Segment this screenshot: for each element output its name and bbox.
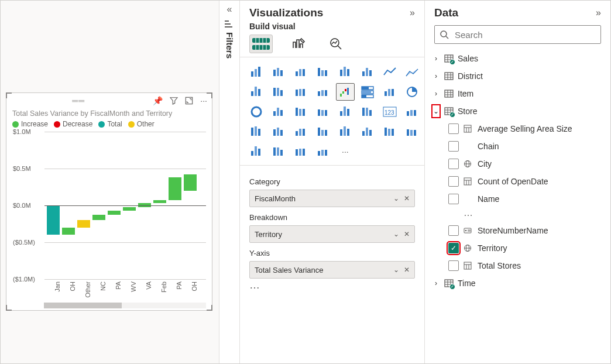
viz-type-item[interactable] [358, 83, 377, 101]
filters-pane-collapsed[interactable]: « Filters [219, 1, 240, 363]
viz-type-item[interactable] [247, 143, 266, 160]
viz-type-item[interactable] [336, 123, 355, 140]
search-input[interactable] [454, 29, 596, 40]
viz-type-item[interactable] [291, 103, 310, 121]
field-row[interactable]: Count of OpenDate [448, 173, 603, 190]
more-wells-icon[interactable]: … [240, 279, 424, 291]
viz-type-item[interactable] [336, 103, 355, 121]
chart-bar[interactable] [123, 207, 136, 211]
report-canvas[interactable]: ══ 📌 ··· Total Sales Variance by FiscalM… [1, 1, 219, 363]
viz-type-item[interactable] [380, 83, 399, 101]
field-checkbox[interactable] [448, 194, 459, 204]
viz-type-item[interactable] [336, 63, 355, 81]
chart-bar[interactable] [62, 228, 75, 235]
field-checkbox[interactable] [448, 176, 459, 187]
viz-type-item[interactable] [403, 63, 421, 81]
pin-icon[interactable]: 📌 [153, 96, 163, 105]
viz-type-item[interactable] [291, 123, 310, 140]
chevron-down-icon[interactable]: ⌄ [432, 105, 440, 118]
tree-more-icon[interactable]: … [448, 208, 603, 222]
resize-handle[interactable] [6, 92, 12, 98]
chevron-right-icon[interactable]: › [432, 279, 440, 287]
well-dropdown-icon[interactable]: ⌄ [393, 230, 399, 238]
viz-type-item[interactable] [247, 123, 266, 140]
well-remove-icon[interactable]: ✕ [404, 230, 410, 238]
viz-type-item[interactable] [314, 103, 332, 121]
table-row-time[interactable]: › ✓ Time [432, 274, 603, 292]
viz-type-item[interactable] [403, 123, 421, 140]
viz-type-item[interactable] [291, 83, 310, 101]
expand-filters-chevron-icon[interactable]: « [227, 3, 232, 20]
viz-type-item[interactable] [291, 63, 310, 81]
collapse-data-chevron-icon[interactable]: » [596, 8, 601, 18]
data-search[interactable] [434, 25, 601, 44]
viz-type-waterfall[interactable] [336, 83, 355, 101]
well-dropdown-icon[interactable]: ⌄ [393, 266, 399, 274]
chart-visual-tile[interactable]: ══ 📌 ··· Total Sales Variance by FiscalM… [6, 92, 212, 311]
field-checkbox[interactable] [448, 225, 459, 236]
viz-type-item[interactable]: ··· [336, 143, 355, 160]
field-row[interactable]: Total Stores [448, 257, 603, 274]
field-row[interactable]: StoreNumberName [448, 222, 603, 239]
viz-type-item[interactable] [269, 63, 288, 81]
viz-type-item[interactable] [291, 143, 310, 160]
viz-type-item[interactable] [247, 103, 266, 121]
chart-bar[interactable] [153, 200, 166, 203]
table-row-store[interactable]: ⌄ ✓ Store [432, 102, 603, 120]
chevron-right-icon[interactable]: › [432, 72, 440, 80]
chart-horizontal-scrollbar[interactable] [44, 303, 206, 308]
viz-type-item[interactable] [269, 83, 288, 101]
chevron-right-icon[interactable]: › [432, 90, 440, 98]
resize-handle[interactable] [207, 305, 212, 311]
viz-type-item[interactable] [380, 63, 399, 81]
viz-type-item[interactable] [380, 123, 399, 140]
viz-type-item[interactable] [358, 103, 377, 121]
field-checkbox[interactable] [448, 159, 459, 169]
drag-grip-icon[interactable]: ══ [72, 96, 85, 105]
table-row-item[interactable]: › Item [432, 85, 603, 102]
field-row[interactable]: City [448, 155, 603, 173]
well-remove-icon[interactable]: ✕ [404, 194, 410, 202]
collapse-viz-chevron-icon[interactable]: » [410, 8, 415, 18]
field-checkbox[interactable]: ✓ [448, 243, 459, 253]
field-row[interactable]: ✓ Territory [448, 239, 603, 257]
well-yaxis[interactable]: Total Sales Variance ⌄ ✕ [249, 261, 415, 279]
field-checkbox[interactable] [448, 260, 459, 271]
build-visual-tab[interactable] [249, 35, 273, 53]
viz-type-item[interactable] [247, 83, 266, 101]
viz-type-item[interactable]: 123 [380, 103, 399, 121]
viz-type-item[interactable] [358, 123, 377, 140]
analytics-tab[interactable] [324, 35, 348, 53]
chart-bar[interactable] [169, 177, 181, 200]
viz-type-item[interactable] [403, 83, 421, 101]
chart-bar[interactable] [108, 211, 121, 215]
well-remove-icon[interactable]: ✕ [404, 266, 410, 274]
well-dropdown-icon[interactable]: ⌄ [393, 194, 399, 202]
viz-type-item[interactable] [314, 83, 332, 101]
field-checkbox[interactable] [448, 141, 459, 152]
field-row[interactable]: Name [448, 190, 603, 208]
format-visual-tab[interactable] [287, 35, 310, 53]
field-checkbox[interactable] [448, 123, 459, 134]
well-category[interactable]: FiscalMonth ⌄ ✕ [249, 190, 415, 207]
viz-type-item[interactable] [314, 63, 332, 81]
chart-bar[interactable] [92, 215, 105, 220]
chart-bar[interactable] [47, 205, 60, 235]
viz-type-item[interactable] [358, 63, 377, 81]
table-row-district[interactable]: › District [432, 67, 603, 85]
chart-bar[interactable] [184, 174, 197, 191]
chart-bar[interactable] [77, 220, 90, 228]
focus-mode-icon[interactable] [185, 97, 193, 105]
viz-type-item[interactable] [403, 103, 421, 121]
viz-type-item[interactable] [269, 123, 288, 140]
resize-handle[interactable] [6, 305, 12, 311]
chevron-right-icon[interactable]: › [432, 54, 440, 63]
table-row-sales[interactable]: › ✓ Sales [432, 50, 603, 67]
well-breakdown[interactable]: Territory ⌄ ✕ [249, 225, 415, 243]
viz-type-item[interactable] [314, 143, 332, 160]
field-row[interactable]: Average Selling Area Size [448, 120, 603, 138]
viz-type-item[interactable] [269, 103, 288, 121]
filter-icon[interactable] [170, 97, 178, 105]
resize-handle[interactable] [207, 92, 212, 98]
field-row[interactable]: Chain [448, 138, 603, 155]
